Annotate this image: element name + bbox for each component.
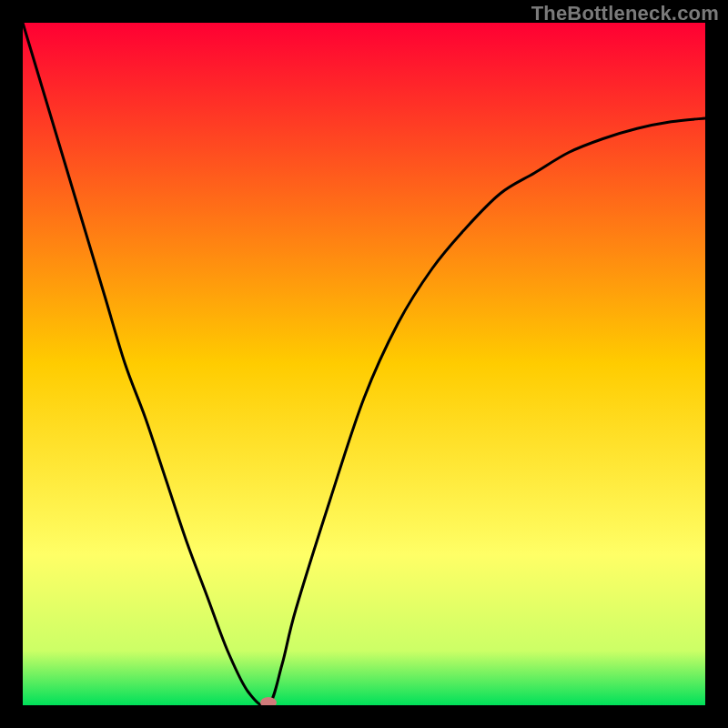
- chart-frame: [23, 23, 705, 705]
- bottleneck-chart: [23, 23, 705, 705]
- attribution-text: TheBottleneck.com: [531, 2, 719, 25]
